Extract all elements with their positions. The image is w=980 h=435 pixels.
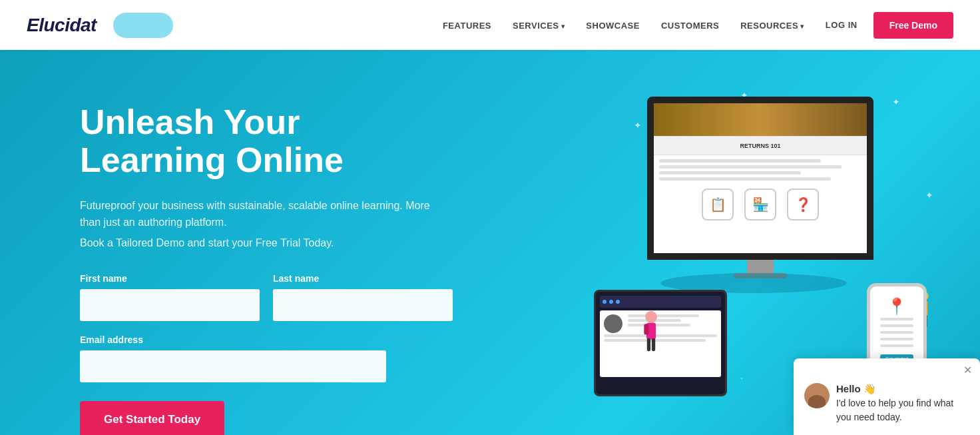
phone-line-5 — [880, 344, 913, 347]
chat-header: ✕ — [794, 358, 980, 379]
sparkle-icon-2: ✦ — [634, 120, 642, 131]
nav-item-showcase[interactable]: SHOWCASE — [586, 19, 640, 31]
screen-title: RETURNS 101 — [654, 137, 867, 155]
screen-body: 📋 🏪 ❓ — [654, 155, 867, 224]
svg-rect-3 — [647, 338, 650, 352]
screen-icon-shop: 🏪 — [744, 189, 776, 220]
chat-body-text: I'd love to help you find what you need … — [836, 396, 969, 424]
sparkle-icon-3: ✦ — [892, 97, 900, 107]
nav-link-services[interactable]: SERVICES — [513, 21, 565, 31]
chat-message: Hello 👋 I'd love to help you find what y… — [836, 382, 969, 425]
nav-link-resources[interactable]: RESOURCES — [740, 21, 804, 31]
last-name-input[interactable] — [273, 289, 453, 321]
chat-widget: ✕ Hello 👋 I'd love to help you find what… — [794, 358, 980, 436]
screen-line-1 — [659, 159, 821, 163]
free-demo-button[interactable]: Free Demo — [873, 12, 953, 39]
hero-title: Unleash Your Learning Online — [80, 103, 453, 179]
email-label: Email address — [80, 334, 453, 345]
monitor-stand — [747, 260, 774, 273]
tab-dot-2 — [609, 300, 613, 304]
screen-image-header — [654, 103, 867, 137]
tab-dot-1 — [603, 300, 607, 304]
phone-map-icon: 📍 — [887, 297, 907, 316]
screen-line-2 — [659, 165, 842, 169]
login-link[interactable]: LOG IN — [826, 20, 858, 30]
chat-body: Hello 👋 I'd love to help you find what y… — [794, 379, 980, 436]
person-pink-figure — [639, 310, 663, 363]
logo[interactable]: Elucidat — [27, 15, 97, 36]
nav-links: FEATURES SERVICES SHOWCASE CUSTOMERS RES… — [443, 19, 804, 31]
tab-dot-3 — [616, 300, 620, 304]
get-started-button[interactable]: Get Started Today — [80, 401, 224, 435]
nav-link-customers[interactable]: CUSTOMERS — [661, 21, 719, 31]
first-name-group: First name — [80, 273, 260, 321]
screen-line-3 — [659, 171, 801, 175]
phone-line-2 — [880, 324, 913, 327]
phone-line-4 — [880, 338, 913, 340]
navbar: Elucidat FEATURES SERVICES SHOWCASE CUST… — [0, 0, 980, 50]
first-name-input[interactable] — [80, 289, 260, 321]
screen-icon-help: ❓ — [787, 189, 819, 220]
svg-rect-2 — [644, 324, 648, 334]
svg-rect-4 — [652, 338, 655, 352]
nav-link-features[interactable]: FEATURES — [443, 21, 491, 31]
screen-line-4 — [659, 177, 831, 181]
svg-point-0 — [645, 311, 657, 323]
chat-avatar — [804, 383, 830, 408]
nav-link-showcase[interactable]: SHOWCASE — [586, 21, 640, 31]
first-name-label: First name — [80, 273, 260, 284]
logo-text: Elucidat — [27, 15, 97, 36]
nav-item-resources[interactable]: RESOURCES — [740, 19, 804, 31]
nav-item-customers[interactable]: CUSTOMERS — [661, 19, 719, 31]
logo-cloud-decoration — [113, 13, 173, 38]
hero-description-2: Book a Tailored Demo and start your Free… — [80, 235, 453, 252]
monitor-screen: RETURNS 101 📋 🏪 ❓ — [647, 97, 873, 260]
email-input[interactable] — [80, 350, 386, 382]
sparkle-icon-5: ✦ — [925, 190, 933, 201]
monitor-device: RETURNS 101 📋 🏪 ❓ — [647, 97, 873, 283]
screen-icon-doc: 📋 — [702, 189, 734, 220]
sparkle-icon-6: · — [740, 372, 743, 383]
screen-icons: 📋 🏪 ❓ — [659, 189, 861, 220]
last-name-label: Last name — [273, 273, 453, 284]
phone-line-1 — [880, 318, 913, 320]
tablet-user-avatar — [604, 314, 622, 333]
phone-line-3 — [880, 331, 913, 334]
nav-item-features[interactable]: FEATURES — [443, 19, 491, 31]
hero-content: Unleash Your Learning Online Futureproof… — [80, 103, 453, 435]
last-name-group: Last name — [273, 273, 453, 321]
tablet-header — [600, 296, 721, 308]
name-form-row: First name Last name — [80, 273, 453, 321]
email-form-group: Email address — [80, 334, 453, 382]
chat-close-button[interactable]: ✕ — [963, 364, 972, 376]
nav-item-services[interactable]: SERVICES — [513, 19, 565, 31]
chat-hello-text: Hello 👋 — [836, 382, 969, 397]
hero-description-1: Futureproof your business with sustainab… — [80, 198, 453, 231]
